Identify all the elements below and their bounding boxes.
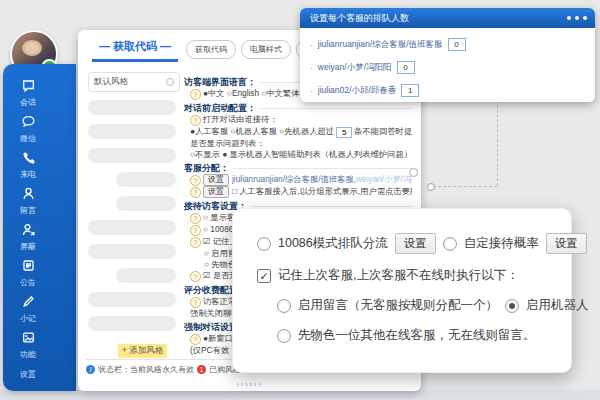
callout-row-queue: 10086模式排队分流 设置 自定接待概率 设置 [257,233,571,254]
sidebar-item-label: 微信 [20,134,36,143]
sidebar-item-calls[interactable]: 来电 [6,150,50,179]
option-label: 记住上次客服,上次客服不在线时执行以下： [278,267,519,284]
sidebar-item-notes[interactable]: 小记 [6,294,50,323]
callout-row-find-other: 先物色一位其他在线客服，无在线则留言。 [277,327,571,344]
sidebar-item-chat[interactable]: 会话 [6,78,50,107]
tab-pc-style[interactable]: 电脑样式 [241,40,291,59]
popup-title-bar: 设置每个客服的排队人数 [300,8,595,28]
sidebar-item-label: 小记 [20,314,36,323]
help-icon[interactable]: ? [190,213,201,224]
robot-threshold-input[interactable] [336,127,352,138]
sidebar-item-label: 会话 [20,98,36,107]
option-label: 自定接待概率 [464,235,539,252]
queue-count-input[interactable] [448,38,466,51]
page-title: — 获取代码 — [92,39,178,62]
radio-10086-mode[interactable] [257,237,271,251]
info-icon: i [86,365,95,374]
help-icon[interactable]: ? [190,187,201,198]
radio-enable-robot[interactable] [505,299,519,313]
popup-body: · jiulianruanjian/综合客服/值班客服 · weiyan/小梦/… [300,28,595,107]
style-list-panel: 默认风格 [88,72,180,331]
bullet-icon: · [310,63,313,73]
queue-item-row: · weiyan/小梦/冯阳阳 [310,56,585,79]
question-list-label: 是否显示问题列表： [184,138,412,149]
queue-settings-button[interactable]: 设置 [395,233,436,254]
sidebar-item-announcement[interactable]: 公告 [6,258,50,287]
prechat-who-label: ?打开对话由谁接待： [184,114,412,126]
chat-bubble-icon [21,114,36,133]
help-icon[interactable]: ? [190,271,201,282]
sidebar-item-label: 设置 [20,370,36,379]
callout-row-fallback: 启用留言（无客服按规则分配一个） 启用机器人 [277,297,571,314]
sidebar-item-wechat[interactable]: 微信 [6,114,50,143]
probability-settings-button[interactable]: 设置 [546,233,587,254]
tab-get-code[interactable]: 获取代码 [186,40,236,59]
skeleton-bar [88,148,176,163]
option-label: 启用机器人 [526,297,589,314]
help-icon[interactable]: ? [190,237,201,248]
help-icon[interactable]: ? [190,115,201,126]
skeleton-bar [116,268,176,283]
queue-count-input[interactable] [397,61,415,74]
assignment-group-row[interactable]: ?设置□ 人工客服接入后,以分组形式展示,用户需点击要服务的分组在按规则分配 [184,186,412,198]
status-text: 状态栏：当前风格永久有效 [98,364,194,375]
board-icon [21,258,36,277]
checkbox-remember-agent[interactable] [257,269,271,283]
image-icon [21,330,36,349]
help-icon[interactable]: ? [190,334,201,345]
radio-custom-probability[interactable] [443,237,457,251]
help-icon[interactable]: ? [190,297,201,308]
skeleton-bar [116,172,176,187]
popup-title: 设置每个客服的排队人数 [310,13,409,23]
pager-dots[interactable]: ›››››› [78,381,421,388]
pencil-icon [21,294,36,313]
callout-row-remember: 记住上次客服,上次客服不在线时执行以下： [257,267,571,284]
agent-name: weiyan/小梦/冯阳阳 [318,62,392,74]
skeleton-bar [116,196,176,211]
style-item-default[interactable]: 默认风格 [88,72,180,92]
help-icon[interactable]: ? [190,175,201,186]
agent-name: jiulianruanjian/综合客服/值班客服 [318,39,443,51]
scrollbar-dot[interactable] [409,168,418,177]
assignment-agents-row: ?设置jiulianruanjian/综合客服/值班客服,weiyan/小梦/冯… [184,174,412,186]
radio-find-other-agent[interactable] [277,329,291,343]
sidebar: 会话 微信 来电 留言 屏蔽 公告 小记 功能 [3,64,76,391]
phone-icon [21,150,36,169]
skeleton-bar [88,220,176,235]
help-icon[interactable]: ? [190,89,201,100]
notification-badge: 1 [197,365,206,374]
option-label: 启用留言（无客服按规则分配一个） [298,297,498,314]
sidebar-item-label: 公告 [20,278,36,287]
callout-connector-vertical [497,100,498,186]
radio-enable-message[interactable] [277,299,291,313]
agent-name: jiulian02/小邱/邱春香 [318,85,396,97]
sidebar-item-label: 屏蔽 [20,242,36,251]
bullet-icon: · [310,86,313,96]
queue-count-input[interactable] [401,84,419,97]
callout-connector-horizontal [433,186,497,187]
sidebar-item-messages[interactable]: 留言 [6,186,50,215]
queue-item-row: · jiulian02/小邱/邱春香 [310,79,585,102]
sidebar-item-block[interactable]: 屏蔽 [6,222,50,251]
skeleton-bar [88,244,176,259]
skeleton-bar [88,100,176,115]
option-label: 10086模式排队分流 [278,235,388,252]
sidebar-item-label: 来电 [20,170,36,179]
sidebar-item-label: 留言 [20,206,36,215]
sidebar-menu: 会话 微信 来电 留言 屏蔽 公告 小记 功能 [3,78,76,359]
prechat-agent-options[interactable]: ●人工客服 ○机器人客服 ○先机器人超过条不能回答时提示转人工 ? [184,126,412,138]
group-set-button[interactable]: 设置 [203,186,229,198]
chat-square-icon [21,78,36,97]
question-list-options[interactable]: ○不显示 ● 显示机器人智能辅助列表（机器人列表维护问题） [184,149,412,160]
callout-connector-dot [427,183,435,191]
add-style-button[interactable]: + 添加风格 [118,344,167,358]
help-icon[interactable]: ? [190,225,201,236]
assignment-set-button[interactable]: 设置 [203,174,229,186]
sidebar-item-settings[interactable]: 设置 [6,351,50,379]
user-block-icon [21,222,36,241]
style-skeleton-list [88,100,180,331]
window-controls-icon[interactable] [567,16,587,20]
option-label: 先物色一位其他在线客服，无在线则留言。 [298,327,536,344]
magnified-options-callout: 10086模式排队分流 设置 自定接待概率 设置 记住上次客服,上次客服不在线时… [232,208,572,373]
skeleton-bar [88,316,176,331]
